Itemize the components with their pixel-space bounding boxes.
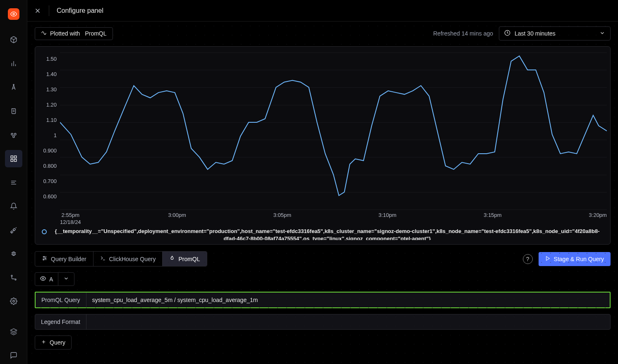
topbar: Configure panel: [27, 0, 618, 21]
svg-point-9: [14, 133, 16, 135]
time-range-select[interactable]: Last 30 minutes: [499, 26, 611, 40]
legend-format-row: Legend Format: [35, 314, 611, 330]
x-axis: 2:55pm12/18/243:00pm3:05pm3:10pm3:15pm3:…: [38, 209, 607, 225]
svg-point-24: [11, 275, 12, 276]
sidebar: [0, 0, 27, 364]
svg-rect-13: [14, 159, 16, 162]
clock-icon: [504, 30, 510, 37]
svg-point-0: [13, 13, 14, 15]
stage-run-button[interactable]: Stage & Run Query: [539, 252, 611, 266]
svg-point-10: [12, 136, 14, 138]
legend-text: {__temporality__="Unspecified",deploymen…: [51, 228, 604, 240]
tab-query-builder[interactable]: Query Builder: [35, 252, 93, 266]
play-icon: [545, 256, 551, 262]
nav-route-icon[interactable]: [5, 269, 22, 286]
line-chart: [60, 52, 607, 209]
fire-icon: [169, 255, 175, 262]
svg-point-8: [11, 133, 13, 135]
terminal-icon: [100, 255, 106, 262]
help-icon[interactable]: ?: [523, 254, 533, 264]
chart-panel: 1.501.401.301.201.1010.9000.8000.7000.60…: [35, 46, 611, 245]
nav-bars-icon[interactable]: [5, 55, 22, 72]
chevron-down-icon: [599, 30, 605, 37]
chart-legend: {__temporality__="Unspecified",deploymen…: [38, 225, 607, 240]
tab-clickhouse[interactable]: ClickHouse Query: [93, 252, 163, 266]
close-icon[interactable]: [34, 7, 41, 14]
nav-cluster-icon[interactable]: [5, 126, 22, 144]
refreshed-text: Refreshed 14 mins ago: [433, 30, 493, 37]
page-title: Configure panel: [57, 7, 103, 14]
add-query-button[interactable]: Query: [35, 335, 72, 350]
svg-point-39: [42, 278, 44, 279]
nav-chat-icon[interactable]: [5, 347, 22, 364]
nav-scroll-icon[interactable]: [5, 102, 22, 120]
plus-icon: [41, 339, 46, 346]
nav-plug-icon[interactable]: [5, 221, 22, 239]
nav-cube-icon[interactable]: [5, 31, 22, 49]
wave-icon: [41, 30, 47, 37]
svg-line-22: [15, 253, 16, 253]
nav-compass-icon[interactable]: [5, 79, 22, 96]
query-visibility-toggle[interactable]: A: [35, 273, 58, 285]
svg-rect-12: [14, 156, 16, 158]
app-logo[interactable]: [8, 8, 19, 20]
svg-point-26: [12, 300, 14, 302]
nav-bug-icon[interactable]: [5, 245, 22, 262]
svg-rect-14: [11, 159, 13, 162]
query-letter: A: [49, 276, 53, 283]
svg-rect-11: [11, 156, 13, 158]
time-range-label: Last 30 minutes: [515, 30, 556, 37]
svg-line-21: [11, 255, 12, 255]
query-header: A: [35, 272, 74, 286]
nav-dashboards-icon[interactable]: [5, 150, 22, 167]
svg-line-23: [15, 255, 16, 255]
nav-list-icon[interactable]: [5, 174, 22, 191]
promql-label: PromQL Query: [36, 293, 86, 307]
legend-format-label: Legend Format: [35, 314, 86, 329]
svg-point-25: [15, 279, 16, 280]
query-tabs: Query Builder ClickHouse Query PromQL: [35, 251, 207, 266]
y-axis: 1.501.401.301.201.1010.9000.8000.7000.60…: [38, 52, 60, 209]
legend-marker: [42, 229, 47, 234]
svg-marker-38: [546, 256, 549, 260]
query-collapse-toggle[interactable]: [58, 273, 74, 285]
nav-bell-icon[interactable]: [5, 197, 22, 215]
chevron-down-icon: [63, 276, 69, 283]
promql-query-row: PromQL Query: [35, 292, 611, 308]
nav-gear-icon[interactable]: [5, 293, 22, 310]
sliders-icon: [42, 255, 48, 262]
legend-format-input[interactable]: [86, 314, 610, 329]
promql-input[interactable]: [86, 293, 610, 307]
svg-marker-27: [10, 328, 17, 332]
eye-icon: [40, 276, 46, 283]
nav-layers-icon[interactable]: [5, 323, 22, 340]
tab-promql[interactable]: PromQL: [163, 252, 206, 266]
plotted-chip[interactable]: Plotted with PromQL: [35, 27, 113, 40]
svg-line-20: [11, 253, 12, 253]
